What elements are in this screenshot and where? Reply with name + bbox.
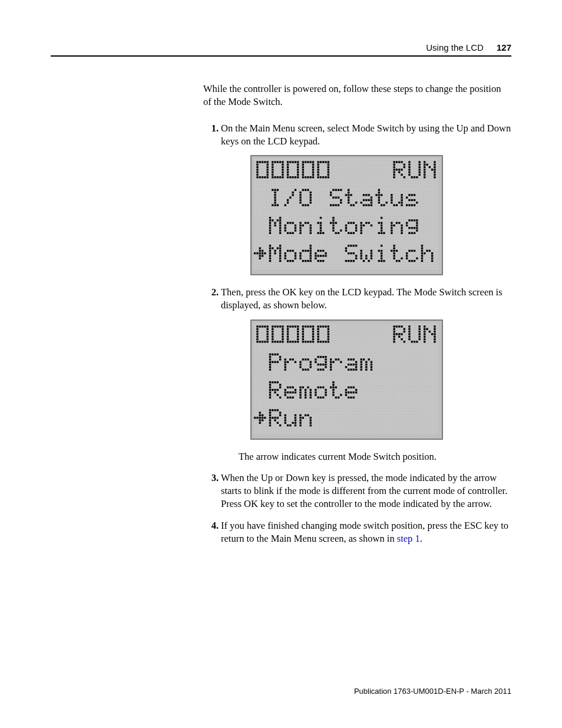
svg-rect-3008 [289, 262, 291, 264]
svg-rect-1467 [269, 209, 271, 211]
svg-rect-1119 [312, 197, 314, 199]
svg-rect-1912 [287, 225, 289, 226]
svg-rect-5708 [259, 391, 261, 393]
svg-rect-547 [343, 176, 345, 178]
svg-rect-4374 [394, 343, 395, 345]
svg-rect-5738 [335, 391, 337, 393]
svg-rect-590 [267, 179, 269, 180]
svg-rect-5615 [394, 386, 395, 388]
svg-rect-4230 [398, 338, 400, 340]
svg-rect-4399 [272, 345, 273, 347]
svg-rect-4520 [394, 348, 395, 350]
svg-rect-3673 [355, 258, 357, 259]
svg-rect-5100 [383, 368, 385, 370]
svg-rect-6181 [348, 406, 349, 408]
svg-rect-4524 [404, 348, 405, 350]
svg-rect-628 [363, 179, 365, 180]
svg-rect-3984 [330, 330, 332, 332]
svg-rect-4418 [320, 345, 322, 347]
svg-rect-1278 [345, 202, 347, 203]
svg-rect-5995 [431, 399, 433, 401]
svg-rect-7220 [302, 386, 304, 388]
svg-rect-1251 [277, 202, 279, 203]
svg-rect-1235 [421, 199, 423, 201]
svg-rect-329 [345, 169, 347, 170]
svg-rect-2222 [332, 235, 334, 236]
svg-rect-2325 [408, 237, 410, 239]
svg-rect-4404 [285, 345, 286, 347]
svg-rect-6425 [411, 414, 413, 416]
svg-rect-5688 [394, 388, 395, 390]
svg-rect-6970 [279, 325, 281, 327]
svg-rect-1879 [388, 222, 390, 224]
svg-rect-4722 [350, 355, 352, 357]
svg-rect-5979 [391, 399, 392, 401]
step-1-link[interactable]: step 1 [397, 533, 420, 544]
svg-rect-6549 [355, 419, 357, 421]
svg-rect-4288 [361, 341, 362, 342]
svg-rect-1599 [419, 212, 421, 213]
svg-rect-6930 [396, 431, 398, 433]
svg-rect-1526 [419, 209, 421, 211]
svg-rect-3786 [383, 323, 385, 325]
svg-rect-7290 [269, 417, 271, 419]
svg-rect-5352 [282, 378, 283, 380]
svg-rect-4638 [322, 353, 324, 355]
svg-rect-2761 [404, 252, 405, 254]
svg-rect-3304 [318, 172, 319, 173]
svg-rect-2288 [315, 237, 316, 239]
svg-rect-2783 [274, 255, 276, 256]
svg-rect-5915 [414, 396, 415, 398]
svg-rect-6947 [256, 325, 258, 327]
svg-rect-5392 [383, 378, 385, 380]
svg-rect-1837 [282, 222, 283, 224]
svg-rect-5937 [285, 399, 286, 401]
svg-rect-4336 [297, 343, 299, 345]
svg-rect-6038 [355, 401, 357, 403]
svg-rect-1586 [386, 212, 388, 213]
svg-rect-3166 [320, 268, 322, 269]
svg-rect-4377 [401, 343, 402, 345]
svg-rect-5124 [259, 371, 261, 373]
svg-rect-5855 [262, 396, 263, 398]
svg-rect-971 [307, 192, 309, 193]
svg-rect-2077 [335, 229, 337, 231]
svg-rect-1733 [388, 217, 390, 219]
svg-rect-1189 [305, 199, 306, 201]
svg-rect-5909 [398, 396, 400, 398]
svg-rect-2121 [262, 232, 263, 234]
svg-rect-267 [373, 166, 375, 168]
svg-rect-6929 [394, 431, 395, 433]
svg-rect-5092 [363, 368, 365, 370]
svg-rect-706 [375, 182, 377, 183]
svg-rect-3181 [358, 268, 359, 269]
svg-rect-1464 [262, 209, 263, 211]
svg-rect-3736 [256, 323, 258, 325]
svg-rect-923 [371, 189, 372, 191]
svg-rect-1709 [328, 217, 329, 219]
svg-rect-1562 [325, 212, 326, 213]
svg-rect-3322 [396, 169, 398, 170]
svg-rect-2646 [297, 250, 299, 252]
svg-rect-6891 [297, 431, 299, 433]
svg-rect-1887 [408, 222, 410, 224]
svg-rect-1855 [328, 222, 329, 224]
svg-rect-1742 [411, 217, 413, 219]
svg-rect-7120 [285, 368, 286, 370]
svg-rect-7086 [429, 330, 431, 332]
svg-rect-1943 [365, 225, 367, 226]
svg-rect-6619 [348, 421, 349, 423]
svg-rect-3076 [277, 265, 279, 267]
svg-rect-721 [414, 182, 415, 183]
svg-rect-3883 [259, 328, 261, 330]
svg-rect-2508 [318, 245, 319, 246]
svg-rect-2849 [256, 258, 258, 259]
svg-rect-6280 [414, 409, 415, 411]
svg-rect-410 [365, 172, 367, 173]
svg-rect-6062 [416, 401, 418, 403]
svg-rect-4725 [358, 355, 359, 357]
svg-rect-7231 [299, 396, 301, 398]
svg-rect-4713 [328, 355, 329, 357]
svg-rect-2869 [307, 258, 309, 259]
svg-rect-2727 [318, 252, 319, 254]
